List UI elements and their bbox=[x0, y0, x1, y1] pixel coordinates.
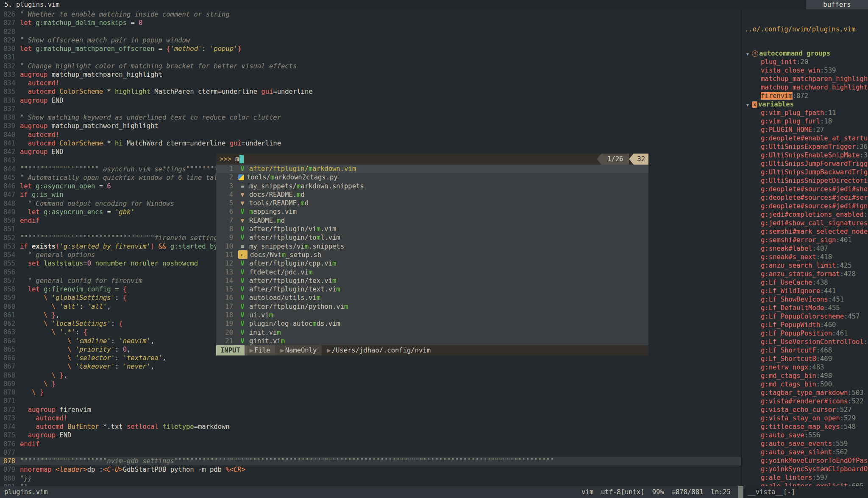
code-line[interactable]: 831 bbox=[0, 53, 741, 62]
code-line[interactable]: 835 autocmd ColorScheme * highlight Matc… bbox=[0, 87, 741, 96]
sidebar-tag-item[interactable]: g:semshi#error_sign:401 bbox=[743, 236, 868, 244]
finder-result-row[interactable]: 14Vafter/ftplugin/tex.vim bbox=[216, 277, 648, 285]
code-line[interactable]: 830let g:matchup_matchparen_offscreen = … bbox=[0, 45, 741, 53]
sidebar-tag-item[interactable]: g:Lf_ShowDevIcons:451 bbox=[743, 295, 868, 304]
code-line[interactable]: 841 autocmd ColorScheme * hi MatchWord c… bbox=[0, 139, 741, 148]
finder-result-row[interactable]: 9Vafter/ftplugin/toml.vim bbox=[216, 233, 648, 242]
code-line[interactable]: 871 bbox=[0, 397, 741, 405]
code-line[interactable]: 868 \ }, bbox=[0, 371, 741, 380]
sidebar-tag-item[interactable]: g:auto_save:556 bbox=[743, 431, 868, 439]
sidebar-tag-item[interactable]: g:deoplete#enable_at_startup bbox=[743, 134, 868, 143]
code-line[interactable]: 880"}} bbox=[0, 474, 741, 483]
tab-buffers-label[interactable]: buffers bbox=[806, 0, 868, 9]
sidebar-tag-item[interactable]: g:ale_linters:597 bbox=[743, 473, 868, 482]
sidebar-tag-item[interactable]: g:Lf_WildIgnore:441 bbox=[743, 287, 868, 295]
sidebar-tag-item[interactable]: g:jedi#completions_enabled:3 bbox=[743, 210, 868, 219]
sidebar-tag-item[interactable]: g:ale_linters_explicit:605 bbox=[743, 482, 868, 486]
sidebar-tag-item[interactable]: matchup_matchparen_highlight bbox=[743, 75, 868, 83]
finder-result-row[interactable]: 10≡my_snippets/vim.snippets bbox=[216, 242, 648, 251]
finder-input-row[interactable]: >>> m 1/26 32 bbox=[216, 154, 648, 165]
sidebar-tag-item[interactable]: g:tagbar_type_markdown:503 bbox=[743, 389, 868, 397]
finder-result-row[interactable]: 12Vafter/ftplugin/cpp.vim bbox=[216, 259, 648, 268]
code-line[interactable]: 837 bbox=[0, 105, 741, 113]
finder-result-row[interactable]: 11>_docs/Nvim_setup.sh bbox=[216, 251, 648, 259]
sidebar-tag-item[interactable]: g:Lf_ShortcutF:468 bbox=[743, 346, 868, 355]
code-line[interactable]: 876endif bbox=[0, 440, 741, 448]
finder-result-row[interactable]: 13Vftdetect/pdc.vim bbox=[216, 268, 648, 277]
code-line[interactable]: 829" Show offscreen match pair in popup … bbox=[0, 36, 741, 45]
code-line[interactable]: 838" Show matching keyword as underlined… bbox=[0, 113, 741, 122]
window-separator[interactable] bbox=[741, 9, 742, 498]
finder-result-row[interactable]: 2tools/markdown2ctags.py bbox=[216, 173, 648, 182]
code-line[interactable]: 877 bbox=[0, 448, 741, 457]
sidebar-tag-item[interactable]: g:Lf_PopupPosition:461 bbox=[743, 329, 868, 338]
sidebar-tag-item[interactable]: g:deoplete#sources#jedi#igno bbox=[743, 202, 868, 210]
code-line[interactable]: 867 \ 'takeover': 'never', bbox=[0, 362, 741, 371]
sidebar-tag-item[interactable]: g:yoinkMoveCursorToEndOfPast bbox=[743, 456, 868, 465]
sidebar-tag-item[interactable]: vista_close_win:539 bbox=[743, 66, 868, 75]
finder-result-row[interactable]: 6Vmappings.vim bbox=[216, 207, 648, 216]
finder-result-row[interactable]: 1Vafter/ftplugin/markdown.vim bbox=[216, 165, 648, 173]
sidebar-tag-item[interactable]: g:vim_plug_furl:18 bbox=[743, 117, 868, 126]
code-line[interactable]: 826" Whether to enable matching inside c… bbox=[0, 10, 741, 19]
code-line[interactable]: 839augroup matchup_matchword_highlight bbox=[0, 122, 741, 130]
sidebar-tag-item[interactable]: firenvim:872 bbox=[743, 92, 868, 100]
sidebar-tag-item[interactable]: g:vim_plug_fpath:11 bbox=[743, 109, 868, 117]
code-line[interactable]: 836augroup END bbox=[0, 96, 741, 105]
finder-result-row[interactable]: 15Vafter/ftplugin/text.vim bbox=[216, 285, 648, 294]
sidebar-tag-item[interactable]: g:anzu_search_limit:425 bbox=[743, 261, 868, 270]
sidebar-tag-item[interactable]: g:vista_stay_on_open:529 bbox=[743, 414, 868, 422]
sidebar-tag-item[interactable]: g:UltiSnipsEnableSnipMate:36 bbox=[743, 151, 868, 159]
finder-result-row[interactable]: 21Vginit.vim bbox=[216, 337, 648, 345]
sidebar-tag-item[interactable]: g:md_ctags_bin:498 bbox=[743, 372, 868, 380]
sidebar-tag-item[interactable]: g:UltiSnipsJumpBackwardTrigg bbox=[743, 168, 868, 176]
sidebar-tag-item[interactable]: g:md_ctags_bin:500 bbox=[743, 380, 868, 389]
sidebar-tag-item[interactable]: g:jedi#show_call_signatures: bbox=[743, 219, 868, 227]
finder-result-row[interactable]: 8Vafter/ftplugin/vim.vim bbox=[216, 225, 648, 233]
sidebar-section-header[interactable]: ▼?autocommand groups bbox=[743, 49, 868, 58]
finder-result-row[interactable]: 3≡my_snippets/markdown.snippets bbox=[216, 182, 648, 190]
code-line[interactable]: 828 bbox=[0, 28, 741, 36]
finder-result-row[interactable]: 7▼README.md bbox=[216, 216, 648, 225]
code-line[interactable]: 875 augroup END bbox=[0, 431, 741, 439]
sidebar-tag-item[interactable]: g:vista_echo_cursor:527 bbox=[743, 406, 868, 414]
sidebar-tag-item[interactable]: g:Lf_UseCache:438 bbox=[743, 278, 868, 287]
sidebar-tag-item[interactable]: g:auto_save_events:559 bbox=[743, 439, 868, 448]
sidebar-tag-item[interactable]: g:titlecase_map_keys:548 bbox=[743, 422, 868, 431]
code-line[interactable]: 832" Change highlight color of matching … bbox=[0, 62, 741, 70]
sidebar-tag-item[interactable]: g:Lf_UseVersionControlTool:4 bbox=[743, 338, 868, 346]
finder-result-row[interactable]: 4▼docs/README.md bbox=[216, 190, 648, 199]
code-line[interactable]: 874 autocmd BufEnter *.txt setlocal file… bbox=[0, 422, 741, 431]
code-line[interactable]: 872 augroup firenvim bbox=[0, 406, 741, 414]
finder-result-row[interactable]: 20Vinit.vim bbox=[216, 328, 648, 337]
sidebar-tag-item[interactable]: g:Lf_ShortcutB:469 bbox=[743, 355, 868, 363]
finder-query-input[interactable]: m bbox=[231, 155, 239, 163]
sidebar-section-header[interactable]: ▼xvariables bbox=[743, 100, 868, 109]
finder-result-row[interactable]: 18Vui.vim bbox=[216, 311, 648, 319]
code-line[interactable]: 834 autocmd! bbox=[0, 79, 741, 87]
sidebar-tag-item[interactable]: g:UltiSnipsJumpForwardTrigge bbox=[743, 159, 868, 168]
sidebar-tag-item[interactable]: g:Lf_PopupColorscheme:457 bbox=[743, 312, 868, 321]
sidebar-tag-item[interactable]: plug_init:20 bbox=[743, 58, 868, 66]
sidebar-tag-item[interactable]: matchup_matchword_highlight: bbox=[743, 83, 868, 92]
code-line[interactable]: 840 autocmd! bbox=[0, 131, 741, 139]
sidebar-tag-item[interactable]: g:yoinkSyncSystemClipboardOn bbox=[743, 465, 868, 473]
sidebar-tag-item[interactable]: g:semshi#mark_selected_nodes bbox=[743, 227, 868, 236]
code-line[interactable]: 869 \ } bbox=[0, 380, 741, 388]
finder-result-row[interactable]: 19Vplugin/log-autocmds.vim bbox=[216, 319, 648, 328]
sidebar-tag-item[interactable]: g:vista#renderer#icons:522 bbox=[743, 397, 868, 406]
tab-current-buffer[interactable]: 5. plugins.vim bbox=[0, 1, 60, 8]
code-line[interactable]: 879nnoremap <leader>dp :<C-U>GdbStartPDB… bbox=[0, 465, 741, 474]
sidebar-tag-item[interactable]: g:deoplete#sources#jedi#serv bbox=[743, 193, 868, 202]
sidebar-tag-item[interactable]: g:auto_save_silent:562 bbox=[743, 448, 868, 456]
sidebar-tag-item[interactable]: g:sneak#label:407 bbox=[743, 244, 868, 253]
finder-result-row[interactable]: 17Vafter/ftplugin/python.vim bbox=[216, 302, 648, 311]
code-line[interactable]: 873 autocmd! bbox=[0, 414, 741, 422]
finder-result-list[interactable]: 1Vafter/ftplugin/markdown.vim2tools/mark… bbox=[216, 165, 648, 345]
sidebar-tag-item[interactable]: g:sneak#s_next:418 bbox=[743, 253, 868, 261]
code-line[interactable]: 878""""""""""""""""""""""nvim-gdb settin… bbox=[0, 457, 741, 465]
sidebar-tag-item[interactable]: g:netrw_nogx:483 bbox=[743, 363, 868, 372]
code-line[interactable]: 833augroup matchup_matchparen_highlight bbox=[0, 70, 741, 79]
sidebar-tag-item[interactable]: g:UltiSnipsExpandTrigger:364 bbox=[743, 143, 868, 151]
finder-result-row[interactable]: 16Vautoload/utils.vim bbox=[216, 294, 648, 302]
